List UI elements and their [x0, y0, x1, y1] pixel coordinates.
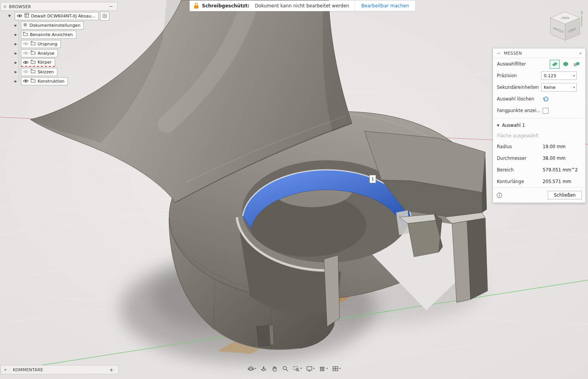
body-filter-button[interactable] [560, 60, 571, 69]
tree-node-named-views-row: ▶ Benannte Ansichten [0, 30, 109, 39]
expand-chevron-icon[interactable]: ▶ [13, 24, 18, 27]
selection-subtitle: Fläche ausgewählt [493, 131, 585, 141]
visibility-eye-icon[interactable] [23, 42, 29, 46]
dock-left-icon[interactable]: « [4, 367, 7, 372]
display-settings-button[interactable]: ▾ [304, 363, 316, 374]
secondary-units-value: Keine [544, 85, 571, 90]
visibility-eye-icon[interactable] [17, 14, 22, 18]
snap-points-row: Fangpunkte anzei... [493, 105, 585, 116]
clear-selection-label: Auswahl löschen [497, 96, 543, 102]
tree-node-bodies-row: ▶ Körper [0, 58, 109, 67]
tree-node-origin-row: ▶ Ursprung [0, 39, 109, 48]
lock-icon [194, 3, 199, 9]
precision-select[interactable]: 0.123 ▾ [541, 71, 577, 80]
dropdown-caret-icon: ▾ [339, 367, 341, 370]
visibility-eye-icon[interactable] [23, 70, 29, 74]
folder-icon [31, 60, 36, 65]
tree-node-root[interactable]: Dewalt DCW604NT-XJ Absau... [15, 12, 99, 20]
tree-node-label: Konstruktion [38, 79, 64, 84]
snap-points-checkbox[interactable] [543, 108, 548, 114]
visibility-eye-icon[interactable] [23, 61, 29, 64]
browser-header: « BROWSER − [0, 2, 117, 11]
info-icon[interactable] [497, 192, 502, 198]
overflow-icon[interactable]: » [579, 50, 582, 56]
component-filter-button[interactable] [571, 60, 581, 69]
activate-component-button[interactable] [100, 12, 109, 21]
visibility-eye-icon[interactable] [23, 51, 29, 55]
measure-panel-header[interactable]: − MESSEN » [493, 48, 585, 58]
viewports-icon [332, 365, 338, 372]
tree-node-sketches[interactable]: Skizzen [21, 68, 57, 76]
tree-node-doc-settings-row: ▶ Dokumenteinstellungen [0, 21, 109, 30]
tree-node-origin[interactable]: Ursprung [21, 40, 61, 48]
visibility-eye-icon[interactable] [23, 79, 29, 83]
measure-panel: − MESSEN » Auswahlfilter Präzision 0.123… [493, 48, 586, 203]
window-zoom-icon [293, 365, 300, 372]
secondary-units-select[interactable]: Keine ▾ [541, 83, 577, 92]
tree-node-document-settings[interactable]: Dokumenteinstellungen [21, 21, 84, 29]
selection-filter-row: Auswahlfilter [493, 58, 585, 70]
tree-node-bodies[interactable]: Körper [21, 58, 55, 67]
navigation-toolbar: ▾ ▾ ▾ ▾ ▾ [246, 363, 342, 374]
grid-snaps-button[interactable]: ▾ [317, 363, 329, 374]
selection-section: ▼ Auswahl 1 Fläche ausgewählt Radius 19.… [493, 118, 585, 187]
tree-node-construction[interactable]: Konstruktion [21, 77, 68, 85]
collapse-icon[interactable]: − [497, 50, 500, 56]
make-editable-link[interactable]: Bearbeitbar machen [355, 3, 415, 9]
browser-tree: ▼ Dewalt DCW604NT-XJ Absau... ▶ Dokument… [0, 11, 109, 86]
snap-points-label: Fangpunkte anzei... [497, 108, 543, 113]
dropdown-caret-icon: ▾ [300, 367, 302, 370]
expand-chevron-icon[interactable]: ▶ [13, 70, 18, 74]
orbit-tool-button[interactable]: ▾ [246, 363, 258, 374]
expand-chevron-icon[interactable]: ▶ [13, 61, 18, 64]
selection-tag: 1 [369, 175, 376, 183]
comments-title: KOMMENTARE [13, 367, 109, 372]
collapse-chevron-icon[interactable]: ▼ [7, 14, 12, 18]
filter-label: Auswahlfilter [497, 61, 549, 67]
dock-left-icon[interactable]: « [3, 4, 6, 9]
folder-icon [31, 41, 36, 47]
expand-chevron-icon[interactable]: ▶ [13, 42, 18, 46]
viewports-button[interactable]: ▾ [330, 363, 342, 374]
undo-icon [543, 96, 549, 102]
face-filter-button[interactable] [550, 60, 560, 69]
tree-node-label: Skizzen [38, 69, 54, 74]
tree-node-label: Körper [38, 60, 52, 65]
metric-row-contour-length: Konturlänge 205.571 mm [493, 176, 585, 187]
selection-group-header[interactable]: ▼ Auswahl 1 [493, 120, 585, 131]
tree-node-analysis-row: ▶ Analyse [0, 48, 109, 58]
expand-chevron-icon[interactable]: ▶ [13, 52, 18, 55]
z-axis-label: Z [581, 11, 583, 15]
readonly-banner: Schreibgeschützt: Dokument kann nicht be… [190, 0, 416, 11]
tree-node-root-row: ▼ Dewalt DCW604NT-XJ Absau... [0, 11, 109, 21]
browser-title: BROWSER [9, 4, 109, 9]
folder-icon [31, 69, 36, 74]
expand-chevron-icon[interactable]: ▶ [13, 33, 18, 36]
tree-node-named-views[interactable]: Benannte Ansichten [21, 31, 76, 39]
viewcube[interactable]: OBEN HINTEN LINKS Z [543, 4, 588, 47]
pan-tool-button[interactable] [270, 363, 279, 374]
tree-node-label: Dokumenteinstellungen [29, 23, 80, 28]
comments-bar: « KOMMENTARE + [0, 365, 119, 374]
metric-row-area: Bereich 579.051 mm^2 [493, 164, 585, 176]
folder-icon [31, 50, 36, 56]
expand-chevron-icon[interactable]: ▶ [13, 80, 18, 83]
measure-panel-footer: Schließen [493, 187, 585, 202]
tree-node-label: Ursprung [38, 42, 57, 47]
clear-selection-button[interactable] [543, 96, 549, 102]
window-zoom-tool-button[interactable]: ▾ [291, 363, 303, 374]
secondary-units-label: Sekundäreinheiten [497, 85, 541, 90]
tree-node-analysis[interactable]: Analyse [21, 49, 58, 57]
component-icon [24, 13, 29, 19]
precision-label: Präzision [497, 73, 541, 78]
look-at-tool-button[interactable] [259, 363, 269, 374]
grid-snaps-icon [319, 365, 326, 372]
tree-node-label: Analyse [38, 51, 54, 56]
tree-node-sketches-row: ▶ Skizzen [0, 67, 109, 76]
browser-minimize-button[interactable]: − [109, 5, 113, 9]
add-comment-button[interactable]: + [109, 367, 114, 373]
chevron-down-icon: ▾ [571, 86, 576, 89]
viewcube-top-label: OBEN [561, 16, 569, 20]
zoom-tool-button[interactable] [281, 363, 290, 374]
close-button[interactable]: Schließen [548, 191, 582, 199]
